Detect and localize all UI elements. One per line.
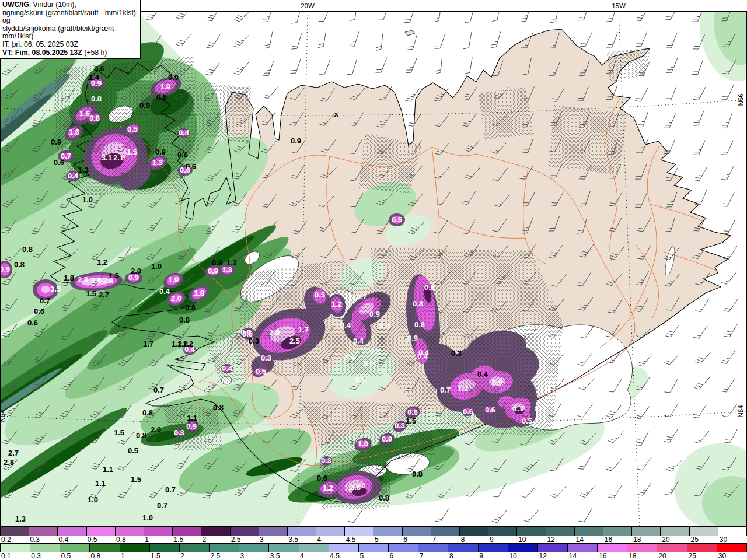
rain-tick-label: 10 <box>509 552 516 560</box>
precip-value-label: 0.3 <box>451 349 462 358</box>
rain-color-segment <box>538 544 568 552</box>
precip-value-label: 1.9 <box>514 404 524 413</box>
sleet-snow-tick-label: 0.4 <box>58 536 68 544</box>
precip-value-label: 0.9 <box>407 334 418 342</box>
sleet-snow-color-segment <box>201 527 230 536</box>
precip-value-label: 1.5 <box>114 428 124 437</box>
sleet-snow-tick-label: 0.8 <box>116 536 126 544</box>
sleet-snow-color-segment <box>403 527 431 536</box>
rain-tick-label: 2.5 <box>210 552 220 560</box>
sleet-snow-tick-label: 2.5 <box>231 536 241 544</box>
precip-value-label: 0.4 <box>418 348 430 357</box>
precip-value-label: 0.8 <box>413 299 423 308</box>
sleet-snow-tick-label: 0.5 <box>88 536 97 544</box>
precip-value-label: 0.6 <box>240 328 251 337</box>
sleet-snow-color-segment <box>632 527 661 536</box>
map-legend-box: UWC/IG: Vindur (10m), rigning/skúrir (gr… <box>0 0 141 59</box>
precip-value-label: 0.8 <box>414 320 425 329</box>
rain-color-segment <box>479 544 508 552</box>
precip-value-label: 1.6 <box>79 109 90 118</box>
precip-value-label: 0.4 <box>340 321 351 330</box>
precip-value-label: 0.6 <box>463 407 473 416</box>
precip-value-label: 3.6 <box>91 276 102 285</box>
parallel-label: N64 <box>0 410 6 422</box>
rain-tick-labels: 0.10.30.50.811.522.533.544.5567891012141… <box>0 552 747 560</box>
sleet-snow-tick-label: 7 <box>432 536 436 544</box>
precip-value-label: 1.3 <box>152 158 163 167</box>
precip-value-label: 0.7 <box>165 485 176 494</box>
precip-value-label: 0.7 <box>40 296 50 305</box>
precip-value-label: 0.5 <box>256 367 266 376</box>
precip-value-label: 0.8 <box>379 494 389 502</box>
rain-tick-label: 7 <box>420 552 424 560</box>
precip-value-label: 0.9 <box>291 136 301 145</box>
sleet-snow-color-segment <box>546 527 575 536</box>
rain-color-segment <box>150 544 180 552</box>
sleet-snow-tick-label: 9 <box>490 536 494 544</box>
sleet-snow-tick-label: 4.5 <box>346 536 356 544</box>
sleet-snow-color-segment <box>603 527 632 536</box>
precip-value-label: 1.7 <box>143 340 153 348</box>
precip-value-label: 0.9 <box>492 378 502 387</box>
sleet-snow-tick-label: 0.2 <box>1 536 11 544</box>
precip-value-label: 1.0 <box>151 262 162 271</box>
precip-value-label: 0.8 <box>89 114 100 123</box>
precip-value-label: 1.2 <box>458 384 468 393</box>
precip-value-label: 0.9 <box>186 422 197 430</box>
precip-value-label: 2.5 <box>289 337 300 345</box>
sleet-snow-tick-label: 25 <box>691 536 699 544</box>
model-name: UWC/IG <box>2 1 29 9</box>
precip-value-label: 1.6 <box>69 128 79 136</box>
precip-value-label: 0.6 <box>485 405 495 414</box>
legend-line-1: UWC/IG: Vindur (10m), <box>2 1 138 9</box>
precip-value-label: 0.4 <box>68 172 79 180</box>
precip-value-label: 2.0 <box>151 425 161 434</box>
sleet-snow-tick-label: 5 <box>375 536 379 544</box>
legend-variable: : Vindur (10m), <box>29 1 76 9</box>
sleet-snow-tick-label: 1.5 <box>173 536 183 544</box>
precip-value-label: 0.4 <box>179 128 190 137</box>
precip-value-label: 0.9 <box>51 138 61 146</box>
precip-value-label: 0.9 <box>139 101 150 110</box>
rain-tick-label: 3 <box>240 552 245 560</box>
precip-value-label: 0.8 <box>213 403 224 412</box>
precip-value-label: 2.8 <box>4 458 14 467</box>
rain-color-segment <box>687 544 717 552</box>
precip-value-label: 2.0 <box>171 294 181 303</box>
sleet-snow-tick-label: 3 <box>260 536 264 544</box>
rain-tick-label: 1.5 <box>151 552 160 560</box>
sleet-snow-color-segment <box>259 527 288 536</box>
sleet-snow-tick-label: 30 <box>720 536 727 544</box>
precip-value-label: 1.2 <box>97 258 107 267</box>
rain-tick-label: 9 <box>479 552 483 560</box>
rain-color-segment <box>120 544 150 552</box>
sleet-snow-color-segment <box>575 527 603 536</box>
sleet-snow-tick-label: 6 <box>403 536 407 544</box>
rain-tick-label: 5 <box>359 552 364 560</box>
precip-value-label: 1.0 <box>358 439 368 448</box>
precip-value-label: 0.8 <box>179 316 190 324</box>
precip-value-label: 1.5 <box>406 416 416 425</box>
precip-value-label: 1.3 <box>15 514 26 523</box>
sleet-snow-color-segment <box>345 527 374 536</box>
precip-value-label: 3.5 <box>50 285 61 293</box>
sleet-snow-color-segment <box>488 527 517 536</box>
precip-value-label: 0.5 <box>355 375 366 384</box>
precip-value-label: 0.7 <box>357 292 367 301</box>
rain-color-segment <box>508 544 538 552</box>
sleet-blob-light <box>41 286 50 293</box>
lead-time: (+58 h) <box>82 48 107 57</box>
rain-color-segment <box>359 544 389 552</box>
precip-value-label: 0.4 <box>222 364 233 373</box>
precip-value-label: 0.3 <box>395 421 405 430</box>
sleet-snow-tick-label: 1 <box>145 536 149 544</box>
precip-value-label: 1.0 <box>82 195 93 204</box>
precip-value-label: 1.5 <box>131 475 141 484</box>
sleet-snow-color-segment <box>87 527 116 536</box>
precip-value-label: x <box>334 110 338 118</box>
rain-tick-label: 0.1 <box>1 552 11 560</box>
precip-value-label: 0.7 <box>157 501 167 510</box>
precip-value-label: 0.8 <box>22 245 33 254</box>
precip-value-label: 0.9 <box>91 79 102 88</box>
sleet-snow-color-segment <box>288 527 316 536</box>
